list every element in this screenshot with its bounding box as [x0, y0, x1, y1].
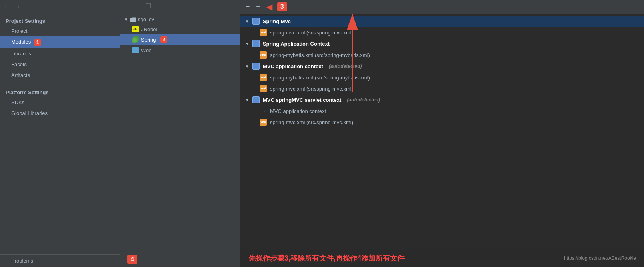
mvc-app-context-header[interactable]: ▼ MVC application context (autodetected) — [240, 61, 644, 72]
spring-mvc-icon — [252, 18, 260, 25]
sidebar-item-modules[interactable]: Modules 1 — [0, 36, 120, 48]
mvc-servlet-context-autodetected: (autodetected) — [347, 97, 380, 103]
add-module-button[interactable]: + — [123, 2, 130, 10]
blog-url: https://blog.csdn.net/ABestRookie — [564, 255, 636, 261]
copy-module-button[interactable]: ❐ — [144, 2, 153, 10]
mvc-app-context-file-2: spring-mvc.xml (src/spring-mvc.xml) — [270, 86, 353, 92]
chevron-down-icon: ▼ — [245, 19, 249, 24]
nav-back-button[interactable]: ← — [4, 3, 10, 10]
link-arrow-icon: → — [260, 107, 267, 115]
jrebel-label: JRebel — [141, 26, 157, 32]
xml-icon: xml — [260, 74, 267, 81]
tree-child-jrebel[interactable]: JR JRebel — [120, 24, 240, 34]
spring-mvc-file-1: spring-mvc.xml (src/spring-mvc.xml) — [270, 30, 353, 36]
chevron-down-icon: ▼ — [245, 98, 249, 102]
right-toolbar: + − ◀ 3 — [240, 0, 644, 14]
mvc-servlet-context-icon — [252, 96, 260, 103]
module-tree: + − ❐ ▼ sgo_cy JR JRebel Spring 2 Web 4 — [120, 0, 240, 267]
sidebar-item-sdks[interactable]: SDKs — [0, 97, 120, 108]
tree-child-spring[interactable]: Spring 2 — [120, 34, 240, 45]
mvc-servlet-file-2: spring-mvc.xml (src/spring-mvc.xml) — [270, 119, 353, 125]
spring-icon — [132, 36, 139, 43]
platform-settings-header: Platform Settings — [0, 85, 120, 97]
remove-context-button[interactable]: − — [254, 3, 261, 11]
mvc-servlet-child-2[interactable]: xml spring-mvc.xml (src/spring-mvc.xml) — [240, 117, 644, 128]
bottom-instruction-bar: 先操作步骤3,移除所有文件,再操作4添加所有文件 https://blog.cs… — [240, 249, 644, 267]
mvc-servlet-context-label: MVC springMVC servlet context — [263, 97, 342, 103]
sidebar-item-problems[interactable]: Problems — [0, 254, 120, 267]
module-tree-content: ▼ sgo_cy JR JRebel Spring 2 Web — [120, 12, 240, 243]
spring-mvc-child-1[interactable]: xml spring-mvc.xml (src/spring-mvc.xml) — [240, 27, 644, 38]
mvc-app-context-label: MVC application context — [263, 63, 323, 69]
xml-icon: xml — [260, 119, 267, 126]
tree-toolbar: + − ❐ — [120, 0, 240, 12]
chevron-down-icon: ▼ — [245, 64, 249, 69]
sidebar-item-artifacts[interactable]: Artifacts — [0, 70, 120, 81]
spring-label: Spring — [141, 37, 156, 43]
mvc-servlet-context-header[interactable]: ▼ MVC springMVC servlet context (autodet… — [240, 94, 644, 105]
project-settings-header: Project Settings — [0, 14, 120, 26]
right-tree-content: ▼ Spring Mvc xml spring-mvc.xml (src/spr… — [240, 14, 644, 267]
mvc-app-context-child-2[interactable]: xml spring-mvc.xml (src/spring-mvc.xml) — [240, 83, 644, 94]
spring-app-context-child-1[interactable]: xml spring-mybatis.xml (src/spring-mybat… — [240, 49, 644, 61]
chevron-down-icon: ▼ — [124, 17, 128, 22]
nav-forward-button[interactable]: → — [14, 3, 21, 10]
chevron-down-icon: ▼ — [245, 42, 249, 46]
tree-child-web[interactable]: Web — [120, 45, 240, 55]
spring-badge: 2 — [160, 36, 168, 43]
sidebar: ← → Project Settings Project Modules 1 L… — [0, 0, 120, 267]
spring-app-context-icon — [252, 40, 260, 47]
folder-icon — [130, 17, 136, 22]
mvc-app-context-file-1: spring-mybatis.xml (src/spring-mybatis.x… — [270, 75, 370, 81]
sidebar-item-global-libraries[interactable]: Global Libraries — [0, 108, 120, 119]
instruction-text: 先操作步骤3,移除所有文件,再操作4添加所有文件 — [248, 253, 405, 263]
web-icon — [132, 47, 139, 53]
modules-badge: 1 — [34, 39, 42, 46]
xml-icon: xml — [260, 51, 267, 59]
spring-app-context-label: Spring Application Context — [263, 41, 330, 47]
spring-mvc-label: Spring Mvc — [263, 18, 291, 24]
spring-app-context-file-1: spring-mybatis.xml (src/spring-mybatis.x… — [270, 52, 370, 58]
remove-module-button[interactable]: − — [133, 2, 140, 10]
sidebar-item-project[interactable]: Project — [0, 26, 120, 36]
spring-app-context-header[interactable]: ▼ Spring Application Context — [240, 38, 644, 49]
sidebar-nav-top: ← → — [0, 0, 120, 14]
web-label: Web — [141, 47, 152, 53]
xml-icon: xml — [260, 29, 267, 36]
spring-mvc-header[interactable]: ▼ Spring Mvc — [240, 16, 644, 27]
mvc-servlet-file-1: MVC application context — [270, 108, 326, 114]
remove-arrow-icon: ◀ — [266, 2, 272, 12]
jr-icon: JR — [132, 26, 139, 32]
tree-root-label: sgo_cy — [138, 16, 154, 22]
right-panel: + − ◀ 3 ▼ Spring Mvc xml spring-mvc.xml … — [240, 0, 644, 267]
sidebar-item-facets[interactable]: Facets — [0, 59, 120, 70]
xml-icon: xml — [260, 85, 267, 92]
mvc-app-context-child-1[interactable]: xml spring-mybatis.xml (src/spring-mybat… — [240, 72, 644, 83]
sidebar-item-libraries[interactable]: Libraries — [0, 48, 120, 59]
add-context-button[interactable]: + — [244, 3, 251, 11]
tree-root-sgo-cy[interactable]: ▼ sgo_cy — [120, 15, 240, 24]
mvc-servlet-child-1[interactable]: → MVC application context — [240, 105, 644, 117]
mvc-app-context-icon — [252, 63, 260, 70]
annotation-badge-3: 3 — [277, 2, 287, 11]
mvc-app-context-autodetected: (autodetected) — [329, 63, 362, 69]
modules-label: Modules — [11, 39, 31, 45]
annotation-badge-4: 4 — [127, 255, 137, 264]
